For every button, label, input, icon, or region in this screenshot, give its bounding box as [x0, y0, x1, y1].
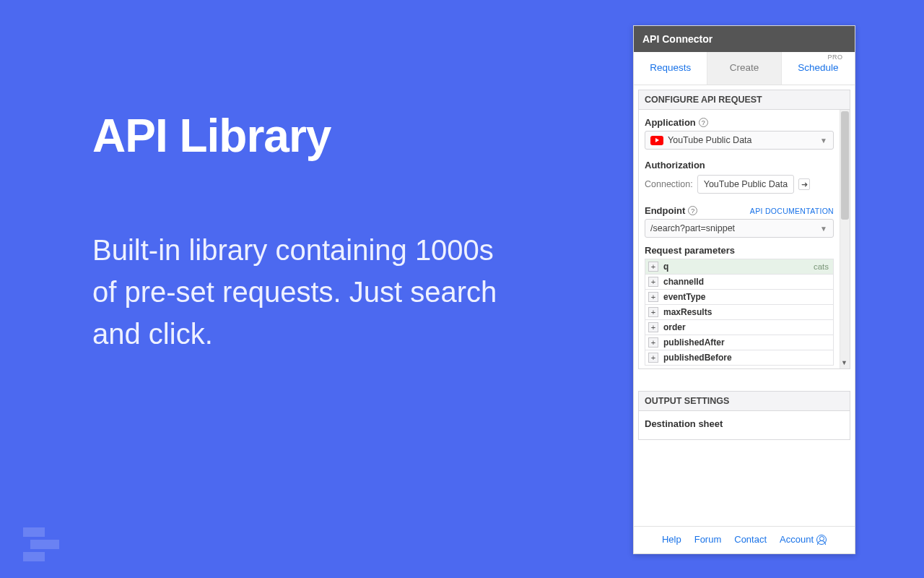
youtube-icon — [650, 136, 663, 145]
tab-bar: Requests Create SchedulePRO — [634, 52, 855, 85]
api-documentation-link[interactable]: API DOCUMENTATION — [750, 207, 834, 215]
scroll-down-icon[interactable]: ▼ — [841, 359, 847, 366]
contact-link[interactable]: Contact — [734, 534, 767, 545]
param-row[interactable]: +eventType — [645, 289, 833, 304]
param-row[interactable]: +maxResults — [645, 304, 833, 319]
account-icon — [816, 535, 827, 545]
param-row[interactable]: +publishedAfter — [645, 335, 833, 350]
chevron-down-icon: ▼ — [820, 225, 827, 233]
param-name: publishedBefore — [663, 353, 829, 363]
application-value: YouTube Public Data — [668, 135, 752, 145]
application-label: Application ? — [645, 117, 834, 128]
param-name: publishedAfter — [663, 337, 829, 348]
request-parameters-list: +qcats+channelId+eventType+maxResults+or… — [645, 259, 834, 366]
api-connector-panel: API Connector Requests Create SchedulePR… — [633, 25, 855, 554]
param-name: q — [663, 262, 814, 272]
help-link[interactable]: Help — [662, 534, 681, 545]
help-icon[interactable]: ? — [688, 206, 697, 215]
add-param-icon[interactable]: + — [648, 292, 658, 302]
param-row[interactable]: +publishedBefore — [645, 350, 833, 365]
tab-label: Create — [730, 62, 759, 73]
brand-icon — [16, 527, 59, 562]
endpoint-label: Endpoint ? — [645, 205, 697, 216]
param-name: order — [663, 322, 829, 332]
open-connection-icon[interactable]: ➜ — [798, 178, 810, 190]
param-row[interactable]: +qcats — [645, 259, 833, 274]
help-icon[interactable]: ? — [699, 118, 708, 127]
request-parameters-label: Request parameters — [645, 245, 834, 256]
hero-description: Built-in library containing 1000s of pre… — [92, 229, 526, 355]
output-section-body: Destination sheet — [638, 411, 850, 440]
hero-title: API Library — [92, 112, 526, 160]
param-row[interactable]: +order — [645, 319, 833, 335]
authorization-label: Authorization — [645, 160, 834, 171]
panel-footer: Help Forum Contact Account — [634, 526, 855, 553]
output-section-header: OUTPUT SETTINGS — [638, 391, 850, 411]
hero-banner: API Library Built-in library containing … — [92, 112, 526, 355]
param-row[interactable]: +channelId — [645, 274, 833, 289]
param-name: eventType — [663, 292, 829, 302]
endpoint-select[interactable]: /search?part=snippet ▼ — [645, 219, 834, 238]
scrollbar-thumb[interactable] — [841, 111, 849, 220]
add-param-icon[interactable]: + — [648, 307, 658, 317]
tab-schedule[interactable]: SchedulePRO — [782, 52, 855, 85]
tab-requests[interactable]: Requests — [634, 52, 707, 85]
panel-title: API Connector — [634, 26, 855, 52]
connection-label: Connection: — [645, 179, 693, 189]
param-name: channelId — [663, 277, 829, 287]
add-param-icon[interactable]: + — [648, 337, 658, 348]
tab-create[interactable]: Create — [707, 52, 781, 85]
tab-label: Schedule — [798, 62, 838, 73]
pro-badge: PRO — [827, 53, 842, 61]
add-param-icon[interactable]: + — [648, 262, 658, 272]
add-param-icon[interactable]: + — [648, 353, 658, 363]
connection-value[interactable]: YouTube Public Data — [697, 175, 795, 194]
add-param-icon[interactable]: + — [648, 322, 658, 332]
configure-section-header: CONFIGURE API REQUEST — [638, 90, 850, 110]
application-select[interactable]: YouTube Public Data ▼ — [645, 131, 834, 150]
tab-label: Requests — [650, 62, 691, 73]
add-param-icon[interactable]: + — [648, 277, 658, 287]
param-name: maxResults — [663, 307, 829, 317]
forum-link[interactable]: Forum — [694, 534, 722, 545]
scrollbar[interactable]: ▼ — [840, 110, 850, 368]
destination-sheet-label: Destination sheet — [645, 418, 844, 429]
param-value: cats — [814, 262, 829, 271]
account-link[interactable]: Account — [780, 534, 827, 545]
chevron-down-icon: ▼ — [820, 137, 827, 144]
endpoint-value: /search?part=snippet — [650, 223, 735, 233]
